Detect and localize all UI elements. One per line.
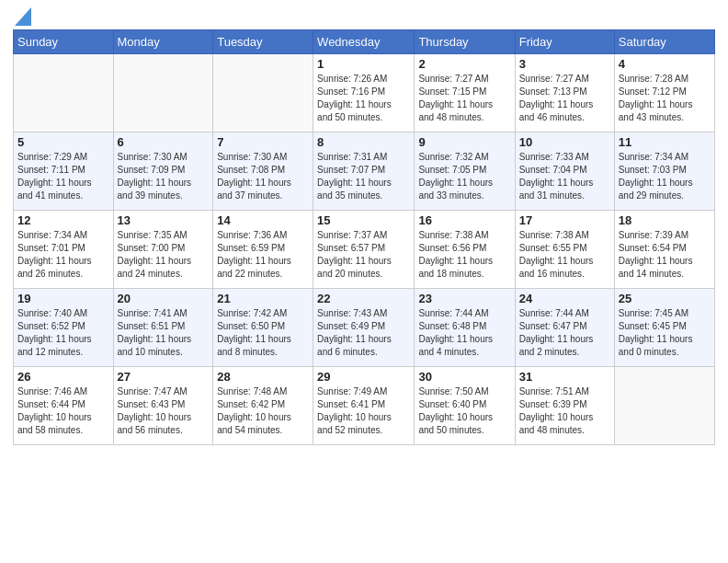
calendar-cell: 24Sunrise: 7:44 AM Sunset: 6:47 PM Dayli… xyxy=(515,289,614,367)
calendar-cell xyxy=(14,54,114,132)
calendar-cell: 31Sunrise: 7:51 AM Sunset: 6:39 PM Dayli… xyxy=(515,367,614,445)
day-number: 19 xyxy=(17,292,109,305)
day-info: Sunrise: 7:44 AM Sunset: 6:48 PM Dayligh… xyxy=(418,307,510,359)
day-number: 20 xyxy=(118,292,210,305)
calendar-cell: 13Sunrise: 7:35 AM Sunset: 7:00 PM Dayli… xyxy=(113,211,213,289)
day-number: 26 xyxy=(17,370,109,384)
day-info: Sunrise: 7:32 AM Sunset: 7:05 PM Dayligh… xyxy=(418,151,510,202)
day-number: 31 xyxy=(519,370,610,384)
calendar-cell: 7Sunrise: 7:30 AM Sunset: 7:08 PM Daylig… xyxy=(213,132,313,211)
day-info: Sunrise: 7:47 AM Sunset: 6:43 PM Dayligh… xyxy=(118,385,210,437)
day-info: Sunrise: 7:41 AM Sunset: 6:51 PM Dayligh… xyxy=(118,307,210,359)
logo-triangle-icon xyxy=(15,7,31,26)
calendar-cell: 9Sunrise: 7:32 AM Sunset: 7:05 PM Daylig… xyxy=(415,132,515,211)
day-info: Sunrise: 7:49 AM Sunset: 6:41 PM Dayligh… xyxy=(317,385,410,437)
day-info: Sunrise: 7:46 AM Sunset: 6:44 PM Dayligh… xyxy=(17,385,109,437)
day-info: Sunrise: 7:44 AM Sunset: 6:47 PM Dayligh… xyxy=(519,307,610,359)
calendar-cell: 30Sunrise: 7:50 AM Sunset: 6:40 PM Dayli… xyxy=(415,367,515,445)
calendar-cell: 1Sunrise: 7:26 AM Sunset: 7:16 PM Daylig… xyxy=(313,54,415,132)
day-number: 5 xyxy=(17,135,109,149)
day-number: 14 xyxy=(217,213,309,227)
day-info: Sunrise: 7:33 AM Sunset: 7:04 PM Dayligh… xyxy=(519,151,610,202)
day-number: 27 xyxy=(118,370,210,384)
calendar-cell xyxy=(113,54,213,132)
day-number: 4 xyxy=(619,57,711,71)
calendar-cell: 29Sunrise: 7:49 AM Sunset: 6:41 PM Dayli… xyxy=(313,367,415,445)
calendar-cell: 25Sunrise: 7:45 AM Sunset: 6:45 PM Dayli… xyxy=(614,289,714,367)
calendar-cell: 10Sunrise: 7:33 AM Sunset: 7:04 PM Dayli… xyxy=(515,132,614,211)
svg-marker-0 xyxy=(15,7,31,26)
day-info: Sunrise: 7:48 AM Sunset: 6:42 PM Dayligh… xyxy=(217,385,309,437)
day-info: Sunrise: 7:34 AM Sunset: 7:01 PM Dayligh… xyxy=(17,229,109,281)
calendar-cell: 20Sunrise: 7:41 AM Sunset: 6:51 PM Dayli… xyxy=(113,289,213,367)
calendar-cell xyxy=(213,54,313,132)
day-info: Sunrise: 7:30 AM Sunset: 7:08 PM Dayligh… xyxy=(217,151,309,202)
calendar-cell: 18Sunrise: 7:39 AM Sunset: 6:54 PM Dayli… xyxy=(614,211,714,289)
calendar-cell: 28Sunrise: 7:48 AM Sunset: 6:42 PM Dayli… xyxy=(213,367,313,445)
weekday-header-saturday: Saturday xyxy=(614,30,714,54)
day-info: Sunrise: 7:36 AM Sunset: 6:59 PM Dayligh… xyxy=(217,229,309,281)
weekday-header-sunday: Sunday xyxy=(14,30,114,54)
day-info: Sunrise: 7:43 AM Sunset: 6:49 PM Dayligh… xyxy=(317,307,410,359)
day-number: 9 xyxy=(418,135,510,149)
day-info: Sunrise: 7:35 AM Sunset: 7:00 PM Dayligh… xyxy=(118,229,210,281)
calendar-cell: 17Sunrise: 7:38 AM Sunset: 6:55 PM Dayli… xyxy=(515,211,614,289)
day-info: Sunrise: 7:42 AM Sunset: 6:50 PM Dayligh… xyxy=(217,307,309,359)
day-info: Sunrise: 7:26 AM Sunset: 7:16 PM Dayligh… xyxy=(317,73,410,124)
calendar-cell: 5Sunrise: 7:29 AM Sunset: 7:11 PM Daylig… xyxy=(14,132,114,211)
calendar-cell: 26Sunrise: 7:46 AM Sunset: 6:44 PM Dayli… xyxy=(14,367,114,445)
day-number: 13 xyxy=(118,213,210,227)
header xyxy=(13,9,715,22)
logo xyxy=(13,9,31,22)
weekday-header-friday: Friday xyxy=(515,30,614,54)
day-info: Sunrise: 7:30 AM Sunset: 7:09 PM Dayligh… xyxy=(118,151,210,202)
day-number: 3 xyxy=(519,57,610,71)
calendar-cell: 4Sunrise: 7:28 AM Sunset: 7:12 PM Daylig… xyxy=(614,54,714,132)
calendar-cell: 23Sunrise: 7:44 AM Sunset: 6:48 PM Dayli… xyxy=(415,289,515,367)
day-number: 24 xyxy=(519,292,610,305)
week-row-2: 5Sunrise: 7:29 AM Sunset: 7:11 PM Daylig… xyxy=(14,132,715,211)
calendar-cell: 14Sunrise: 7:36 AM Sunset: 6:59 PM Dayli… xyxy=(213,211,313,289)
weekday-header-monday: Monday xyxy=(113,30,213,54)
week-row-5: 26Sunrise: 7:46 AM Sunset: 6:44 PM Dayli… xyxy=(14,367,715,445)
day-info: Sunrise: 7:29 AM Sunset: 7:11 PM Dayligh… xyxy=(17,151,109,202)
calendar-cell: 11Sunrise: 7:34 AM Sunset: 7:03 PM Dayli… xyxy=(614,132,714,211)
day-number: 12 xyxy=(17,213,109,227)
day-info: Sunrise: 7:45 AM Sunset: 6:45 PM Dayligh… xyxy=(619,307,711,359)
day-number: 1 xyxy=(317,57,410,71)
calendar-cell: 15Sunrise: 7:37 AM Sunset: 6:57 PM Dayli… xyxy=(313,211,415,289)
calendar-cell: 12Sunrise: 7:34 AM Sunset: 7:01 PM Dayli… xyxy=(14,211,114,289)
calendar-cell: 3Sunrise: 7:27 AM Sunset: 7:13 PM Daylig… xyxy=(515,54,614,132)
day-number: 23 xyxy=(418,292,510,305)
day-info: Sunrise: 7:34 AM Sunset: 7:03 PM Dayligh… xyxy=(619,151,711,202)
weekday-header-thursday: Thursday xyxy=(415,30,515,54)
calendar-cell xyxy=(614,367,714,445)
day-number: 11 xyxy=(619,135,711,149)
day-info: Sunrise: 7:38 AM Sunset: 6:55 PM Dayligh… xyxy=(519,229,610,281)
day-info: Sunrise: 7:50 AM Sunset: 6:40 PM Dayligh… xyxy=(418,385,510,437)
calendar-cell: 27Sunrise: 7:47 AM Sunset: 6:43 PM Dayli… xyxy=(113,367,213,445)
calendar: SundayMondayTuesdayWednesdayThursdayFrid… xyxy=(13,29,715,445)
day-number: 16 xyxy=(418,213,510,227)
day-info: Sunrise: 7:51 AM Sunset: 6:39 PM Dayligh… xyxy=(519,385,610,437)
day-number: 6 xyxy=(118,135,210,149)
day-number: 15 xyxy=(317,213,410,227)
day-number: 22 xyxy=(317,292,410,305)
page-container: SundayMondayTuesdayWednesdayThursdayFrid… xyxy=(0,0,728,454)
calendar-cell: 6Sunrise: 7:30 AM Sunset: 7:09 PM Daylig… xyxy=(113,132,213,211)
weekday-header-tuesday: Tuesday xyxy=(213,30,313,54)
week-row-1: 1Sunrise: 7:26 AM Sunset: 7:16 PM Daylig… xyxy=(14,54,715,132)
calendar-cell: 16Sunrise: 7:38 AM Sunset: 6:56 PM Dayli… xyxy=(415,211,515,289)
day-number: 28 xyxy=(217,370,309,384)
calendar-cell: 8Sunrise: 7:31 AM Sunset: 7:07 PM Daylig… xyxy=(313,132,415,211)
day-info: Sunrise: 7:40 AM Sunset: 6:52 PM Dayligh… xyxy=(17,307,109,359)
calendar-cell: 2Sunrise: 7:27 AM Sunset: 7:15 PM Daylig… xyxy=(415,54,515,132)
day-info: Sunrise: 7:31 AM Sunset: 7:07 PM Dayligh… xyxy=(317,151,410,202)
day-number: 21 xyxy=(217,292,309,305)
weekday-header-wednesday: Wednesday xyxy=(313,30,415,54)
day-number: 2 xyxy=(418,57,510,71)
week-row-4: 19Sunrise: 7:40 AM Sunset: 6:52 PM Dayli… xyxy=(14,289,715,367)
day-number: 30 xyxy=(418,370,510,384)
day-info: Sunrise: 7:27 AM Sunset: 7:15 PM Dayligh… xyxy=(418,73,510,124)
day-info: Sunrise: 7:38 AM Sunset: 6:56 PM Dayligh… xyxy=(418,229,510,281)
